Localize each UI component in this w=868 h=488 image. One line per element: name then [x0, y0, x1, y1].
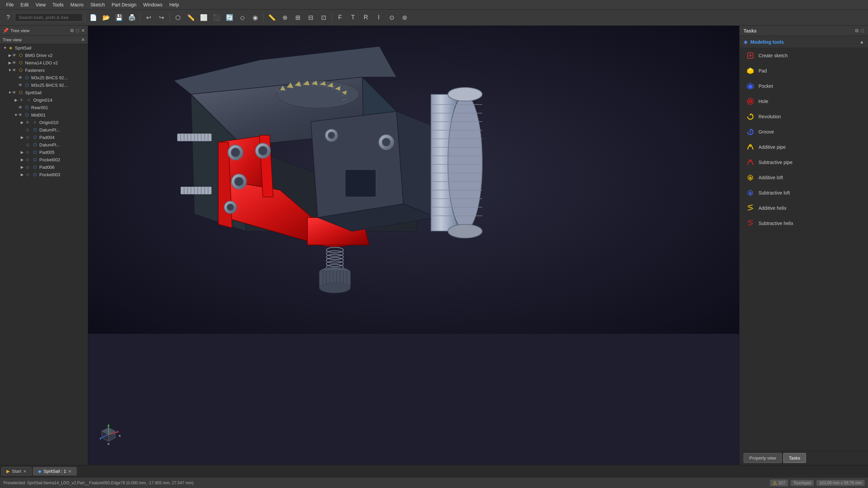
- menu-sketch[interactable]: Sketch: [87, 1, 108, 8]
- menu-tools[interactable]: Tools: [49, 1, 67, 8]
- eye-fasteners[interactable]: 👁: [12, 68, 16, 73]
- revolve-button[interactable]: 🔄: [223, 12, 236, 24]
- tree-item-fasteners[interactable]: 👁 ⬡ Fasteners: [0, 66, 88, 74]
- search-input[interactable]: [15, 13, 83, 22]
- boolean-button[interactable]: ⊕: [279, 12, 291, 24]
- tree-bmg-arrow[interactable]: [7, 53, 12, 58]
- tool-groove[interactable]: Groove: [739, 124, 868, 140]
- print-button[interactable]: 🖨️: [126, 12, 138, 24]
- tool-hole[interactable]: Hole: [739, 94, 868, 109]
- tree-minimize-icon[interactable]: □: [76, 28, 79, 33]
- tree-item-datum1[interactable]: ◇ ⬡ DatumPl...: [0, 126, 88, 134]
- tree-item-m3x25-2[interactable]: 👁 ⬡ M3x25 BHCS 92...: [0, 81, 88, 89]
- tool-additive-pipe[interactable]: Additive pipe: [739, 140, 868, 155]
- property-view-button[interactable]: Property view: [744, 453, 782, 463]
- tab-spritsail-close[interactable]: ✕: [68, 469, 72, 474]
- modeling-tools-collapse-icon[interactable]: ▲: [860, 39, 864, 44]
- tree-nema-arrow[interactable]: [7, 61, 12, 65]
- tree-origin010-arrow[interactable]: [20, 120, 24, 125]
- tasks-button[interactable]: Tasks: [783, 453, 806, 463]
- tree-item-pad005[interactable]: ◇ ⬡ Pad005: [0, 148, 88, 156]
- tool-subtractive-helix[interactable]: Subtractive helix: [739, 216, 868, 231]
- tool-additive-loft[interactable]: Additive loft: [739, 170, 868, 185]
- tree-item-nema[interactable]: 👁 ⬡ Nema14 LDO v2: [0, 59, 88, 66]
- tree-root-arrow[interactable]: [3, 46, 7, 50]
- menu-file[interactable]: File: [3, 1, 17, 8]
- tool-create-sketch[interactable]: Create sketch: [739, 48, 868, 63]
- eye-m3-2[interactable]: 👁: [18, 83, 22, 87]
- tree-mid001-arrow[interactable]: [14, 113, 18, 117]
- tool-pocket[interactable]: Pocket: [739, 79, 868, 94]
- tree-fasteners-arrow[interactable]: [7, 68, 12, 72]
- tree-item-datum2[interactable]: ◇ ⬡ DatumPl...: [0, 141, 88, 148]
- tree-item-mid001[interactable]: 👁 ⬡ Mid001: [0, 111, 88, 119]
- tree-item-bmg[interactable]: 👁 ⬡ BMG Drive v2: [0, 52, 88, 59]
- tool-pad[interactable]: Pad: [739, 63, 868, 79]
- tree-pad006-arrow[interactable]: [20, 165, 24, 169]
- tool-subtractive-loft[interactable]: Subtractive loft: [739, 185, 868, 201]
- menu-part-design[interactable]: Part Design: [108, 1, 140, 8]
- eye-spritsail-child[interactable]: 👁: [12, 90, 16, 95]
- menu-edit[interactable]: Edit: [17, 1, 32, 8]
- tree-settings-icon[interactable]: ⚙: [70, 28, 74, 33]
- tree-scroll-area[interactable]: ◈ SpritSail 👁 ⬡ BMG Drive v2 👁 ⬡ Nema14 …: [0, 44, 88, 465]
- tree-item-pad004[interactable]: ◇ ⬡ Pad004: [0, 134, 88, 141]
- tree-item-origin010[interactable]: ✛ ⊹ Origin010: [0, 119, 88, 126]
- tree-pin-icon[interactable]: 📌: [3, 28, 8, 33]
- clone-button[interactable]: ⊞: [292, 12, 304, 24]
- tree-close-icon[interactable]: ✕: [81, 28, 85, 33]
- tree-item-m3x25-1[interactable]: 👁 ⬡ M3x25 BHCS 92...: [0, 74, 88, 81]
- eye-nema[interactable]: 👁: [12, 60, 16, 65]
- sketch-button[interactable]: ✏️: [185, 12, 197, 24]
- tree-item-pad006[interactable]: ◇ ⬡ Pad006: [0, 163, 88, 171]
- eye-mid001[interactable]: 👁: [18, 113, 22, 117]
- view-right[interactable]: R: [360, 12, 372, 24]
- redo-button[interactable]: ↪: [155, 12, 167, 24]
- tab-start-close[interactable]: ✕: [23, 469, 26, 474]
- tree-pocket002-arrow[interactable]: [20, 158, 24, 162]
- eye-m3-1[interactable]: 👁: [18, 75, 22, 80]
- orientation-cube[interactable]: [95, 421, 122, 448]
- measure-button[interactable]: 📏: [266, 12, 278, 24]
- tree-spritsail-child-arrow[interactable]: [7, 90, 12, 95]
- tool-subtractive-pipe[interactable]: Subtractive pipe: [739, 155, 868, 170]
- view-sel[interactable]: ⊚: [398, 12, 411, 24]
- tree-pad004-arrow[interactable]: [20, 135, 24, 140]
- select-button[interactable]: ⬡: [172, 12, 184, 24]
- view-front[interactable]: F: [334, 12, 346, 24]
- tool-additive-helix[interactable]: Additive helix: [739, 201, 868, 216]
- open-button[interactable]: 📂: [100, 12, 112, 24]
- tree-pocket003-arrow[interactable]: [20, 172, 24, 177]
- tree-item-origin014[interactable]: ✛ ⊹ Origin014: [0, 96, 88, 104]
- mirror-button[interactable]: ⊟: [304, 12, 317, 24]
- tree-panel-close-icon[interactable]: ✕: [81, 37, 85, 42]
- tree-origin014-arrow[interactable]: [14, 98, 18, 102]
- tree-root[interactable]: ◈ SpritSail: [0, 44, 88, 52]
- tab-start[interactable]: ▶ Start ✕: [1, 467, 32, 475]
- new-button[interactable]: 📄: [87, 12, 99, 24]
- chamfer-button[interactable]: ◇: [236, 12, 249, 24]
- menu-macro[interactable]: Macro: [67, 1, 87, 8]
- right-panel-minimize-icon[interactable]: □: [861, 28, 864, 34]
- right-panel-float-icon[interactable]: ⧉: [855, 28, 859, 34]
- fillet-button[interactable]: ◉: [249, 12, 261, 24]
- viewport[interactable]: [88, 26, 739, 465]
- view-top[interactable]: T: [347, 12, 359, 24]
- help-button[interactable]: ?: [2, 12, 14, 24]
- view-fit[interactable]: ⊙: [386, 12, 398, 24]
- eye-rear001[interactable]: 👁: [18, 105, 22, 110]
- tree-item-spritsail-child[interactable]: 👁 ⬡ SpritSail: [0, 89, 88, 96]
- menu-windows[interactable]: Windows: [140, 1, 166, 8]
- tree-item-rear001[interactable]: 👁 ⬡ Rear001: [0, 104, 88, 111]
- tree-item-pocket003[interactable]: ◇ ⬡ Pocket003: [0, 171, 88, 178]
- menu-view[interactable]: View: [32, 1, 49, 8]
- pad-button[interactable]: ⬜: [198, 12, 210, 24]
- array-button[interactable]: ⊡: [317, 12, 330, 24]
- pocket-button[interactable]: ⬛: [211, 12, 223, 24]
- tool-revolution[interactable]: Revolution: [739, 109, 868, 124]
- tools-scroll-area[interactable]: Create sketch Pad: [739, 48, 868, 451]
- view-iso[interactable]: I: [373, 12, 385, 24]
- tree-pad005-arrow[interactable]: [20, 150, 24, 155]
- tree-item-pocket002[interactable]: ◇ ⬡ Pocket002: [0, 156, 88, 163]
- menu-help[interactable]: Help: [166, 1, 182, 8]
